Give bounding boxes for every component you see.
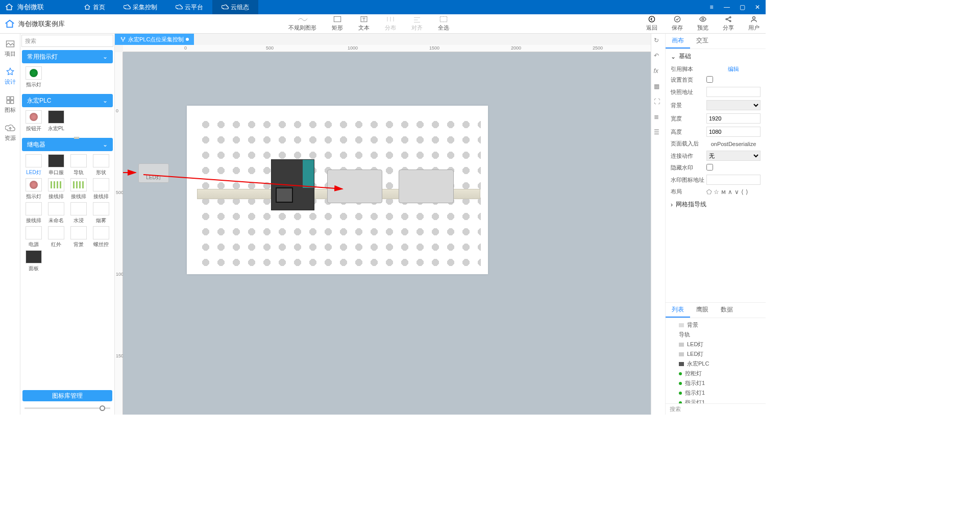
tool-irregular[interactable]: 不规则图形 — [288, 15, 316, 33]
layout-icons[interactable]: ⬠☆ᴍ∧∨⟨⟩ — [706, 188, 761, 196]
tool-rect[interactable]: 矩形 — [332, 15, 343, 33]
tree-node[interactable]: 永宏PLC — [670, 359, 762, 369]
lib-item[interactable]: 形状 — [91, 154, 111, 176]
lib-item[interactable]: 接线排 — [91, 178, 111, 200]
hidewm-checkbox[interactable] — [706, 164, 713, 171]
minimize-icon[interactable]: — — [723, 3, 731, 11]
rail-design[interactable]: 设计 — [5, 67, 16, 86]
fx-icon[interactable]: fx — [654, 67, 663, 77]
tab-canvas[interactable]: 画布 — [666, 34, 690, 49]
tool-preview[interactable]: 预览 — [697, 15, 708, 33]
lib-item[interactable]: 接线排 — [23, 202, 44, 224]
canvas-tab[interactable]: 永宏PLC点位采集控制 — [115, 34, 194, 45]
edit-script-link[interactable]: 编辑 — [728, 66, 739, 72]
category-plc[interactable]: 永宏PLC ⌄ — [22, 94, 113, 107]
lib-item[interactable]: 未命名 — [46, 202, 66, 224]
tool-share[interactable]: 分享 — [723, 15, 734, 33]
svg-rect-12 — [10, 96, 13, 100]
chevron-down-icon: ⌄ — [671, 53, 676, 60]
tab-interact[interactable]: 交互 — [690, 34, 715, 49]
lib-indicator[interactable]: 指示灯 — [23, 66, 44, 88]
tree-node[interactable]: 指示灯1 — [670, 378, 762, 388]
lib-item[interactable]: 螺丝控 — [91, 226, 111, 248]
refresh-icon[interactable]: ↻ — [654, 37, 663, 46]
canvas-stage[interactable]: LED灯 — [123, 52, 651, 415]
lowtab-data[interactable]: 数据 — [715, 303, 739, 318]
width-input[interactable] — [706, 113, 761, 124]
maximize-icon[interactable]: ▢ — [738, 3, 746, 11]
height-input[interactable] — [706, 127, 761, 137]
menu-icon[interactable]: ≡ — [707, 3, 716, 11]
zoom-slider[interactable] — [20, 403, 114, 415]
tree-node[interactable]: 指示灯1 — [670, 388, 762, 398]
tool-text[interactable]: 文本 — [358, 15, 370, 33]
save-icon — [672, 15, 682, 23]
tree-node[interactable]: 控柜灯 — [670, 369, 762, 378]
background-select[interactable] — [706, 100, 761, 110]
category-indicator[interactable]: 常用指示灯 ⌄ — [22, 50, 113, 63]
library-manage-button[interactable]: 图标库管理 — [22, 390, 112, 401]
tree-node[interactable]: 背景 — [670, 320, 762, 330]
lib-thumb-icon — [26, 250, 42, 263]
grid-toggle-icon[interactable]: ▦ — [654, 83, 663, 92]
star-icon — [5, 67, 15, 77]
tree-node[interactable]: 指示灯1 — [670, 398, 762, 403]
tool-selectall[interactable]: 全选 — [438, 15, 449, 33]
lib-item[interactable]: 红外 — [46, 226, 66, 248]
undo-icon[interactable]: ↶ — [654, 52, 663, 61]
snapshot-input[interactable] — [706, 87, 761, 97]
lib-item[interactable]: LED灯 — [23, 154, 44, 176]
tree-node[interactable]: 导轨 — [670, 330, 762, 340]
homepage-checkbox[interactable] — [706, 76, 713, 83]
tool-save[interactable]: 保存 — [672, 15, 683, 33]
lib-button[interactable]: 按钮开 — [23, 110, 44, 132]
rail-assets[interactable]: 资源 — [5, 123, 16, 142]
connaction-select[interactable]: 无 — [706, 151, 761, 161]
app-logo-icon — [4, 2, 14, 12]
list-icon[interactable]: ☰ — [654, 129, 663, 138]
tool-back[interactable]: 返回 — [646, 15, 657, 33]
led-box-1[interactable] — [327, 170, 382, 203]
menu-collect[interactable]: 采集控制 — [114, 0, 166, 14]
lib-thumb-icon — [70, 202, 87, 215]
led-box-2[interactable] — [399, 170, 454, 203]
menu-scada[interactable]: 云组态 — [212, 0, 258, 14]
tool-distribute[interactable]: 分布 — [385, 15, 396, 33]
lib-item[interactable]: 烟雾 — [91, 202, 111, 224]
menu-cloud[interactable]: 云平台 — [166, 0, 212, 14]
lib-item[interactable]: 接线排 — [46, 178, 66, 200]
lib-plc[interactable]: 永宏PL — [46, 110, 66, 132]
rail-project[interactable]: 项目 — [5, 39, 16, 58]
lib-item[interactable]: 接线排 — [68, 178, 89, 200]
fullscreen-icon[interactable]: ⛶ — [654, 98, 663, 107]
menu-home[interactable]: 首页 — [75, 0, 114, 14]
lowtab-eagle[interactable]: 鹰眼 — [690, 303, 715, 318]
rail-icons[interactable]: 图标 — [5, 95, 16, 114]
lib-item[interactable]: 指示灯 — [23, 178, 44, 200]
tree-node[interactable]: LED灯 — [670, 349, 762, 359]
onload-value[interactable]: onPostDeserialize — [711, 141, 756, 147]
plc-device[interactable] — [271, 159, 314, 210]
lib-item[interactable]: 电源 — [23, 226, 44, 248]
lib-item[interactable]: 导轨 — [68, 154, 89, 176]
wmurl-input[interactable] — [706, 175, 761, 185]
lib-item[interactable]: 串口服 — [46, 154, 66, 176]
drag-ghost[interactable]: LED灯 — [138, 163, 169, 183]
lib-item[interactable]: 水浸 — [68, 202, 89, 224]
tool-user[interactable]: 用户 — [748, 15, 760, 33]
section-basic[interactable]: ⌄ 基础 — [666, 49, 766, 64]
tool-align[interactable]: 对齐 — [411, 15, 423, 33]
sidebar-search[interactable]: 搜索 — [21, 35, 113, 47]
lib-thumb-icon — [93, 178, 109, 191]
layers-icon[interactable]: ≣ — [654, 113, 663, 123]
section-gridguide[interactable]: › 网格指导线 — [666, 197, 766, 212]
category-relay[interactable]: 继电器 ⌄ — [22, 138, 113, 151]
tree-search[interactable]: 搜索 — [666, 403, 766, 415]
node-mark-icon — [679, 323, 684, 327]
lib-item[interactable]: 面板 — [23, 250, 44, 272]
close-icon[interactable]: ✕ — [753, 3, 762, 11]
svg-point-8 — [730, 20, 731, 22]
lib-item[interactable]: 背景 — [68, 226, 89, 248]
tree-node[interactable]: LED灯 — [670, 340, 762, 349]
lowtab-list[interactable]: 列表 — [666, 303, 690, 318]
